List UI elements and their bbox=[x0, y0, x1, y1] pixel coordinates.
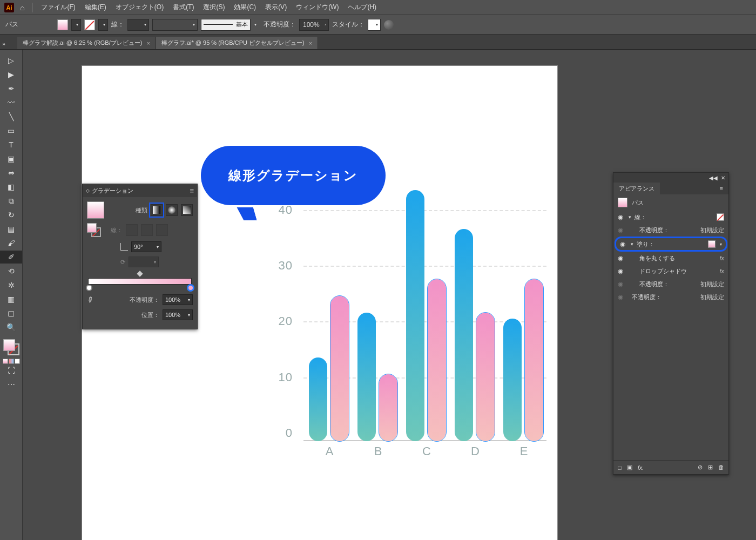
bar-series-2[interactable] bbox=[330, 296, 349, 441]
close-tab-icon[interactable]: × bbox=[309, 40, 312, 46]
symbol-sprayer-tool-icon[interactable]: ✲ bbox=[0, 279, 22, 292]
gradient-track[interactable] bbox=[88, 278, 192, 285]
bar-series-2[interactable] bbox=[379, 374, 397, 441]
gradient-stop-left[interactable] bbox=[86, 285, 92, 291]
style-swatch[interactable]: ▾ bbox=[368, 19, 381, 31]
appearance-opacity-row[interactable]: ◉ 不透明度： 初期設定 bbox=[613, 291, 728, 303]
fill-swatch[interactable] bbox=[708, 240, 716, 248]
stroke-profile[interactable]: ▾ bbox=[152, 19, 198, 31]
expand-tabs-icon[interactable]: » bbox=[0, 38, 8, 49]
visibility-icon[interactable]: ◉ bbox=[618, 254, 625, 262]
shape-builder-tool-icon[interactable]: ⧉ bbox=[0, 194, 22, 207]
free-transform-tool-icon[interactable]: ▣ bbox=[0, 152, 22, 165]
appearance-stroke-row[interactable]: ◉ ▾ 線： bbox=[613, 211, 728, 224]
paintbrush-tool-icon[interactable]: 🖌 bbox=[0, 237, 22, 249]
close-tab-icon[interactable]: × bbox=[146, 40, 150, 46]
eyedropper-icon[interactable] bbox=[87, 295, 96, 304]
direct-selection-tool-icon[interactable]: ▶ bbox=[0, 68, 22, 81]
midpoint-stop[interactable] bbox=[137, 271, 143, 276]
menu-help[interactable]: ヘルプ(H) bbox=[345, 2, 380, 13]
new-stroke-icon[interactable]: □ bbox=[618, 464, 622, 471]
stroke-none-swatch[interactable] bbox=[717, 213, 724, 221]
bar-series-2[interactable] bbox=[476, 313, 495, 441]
panel-close-icon[interactable]: ✕ bbox=[721, 175, 725, 181]
width-tool-icon[interactable]: ⇔ bbox=[0, 166, 22, 179]
stop-position-field[interactable]: 100%▾ bbox=[163, 309, 193, 320]
eraser-tool-icon[interactable]: ◧ bbox=[0, 180, 22, 193]
bar-series-1[interactable] bbox=[357, 313, 376, 441]
bar-series-1[interactable] bbox=[503, 319, 522, 441]
menu-object[interactable]: オブジェクト(O) bbox=[112, 2, 167, 13]
graph-tool-icon[interactable]: ▥ bbox=[0, 293, 22, 306]
delete-icon[interactable]: 🗑 bbox=[718, 464, 724, 471]
gradient-slider[interactable]: 🗑 bbox=[88, 272, 192, 290]
visibility-icon[interactable]: ◉ bbox=[618, 226, 625, 234]
pen-tool-icon[interactable]: ✒ bbox=[0, 82, 22, 95]
menu-type[interactable]: 書式(T) bbox=[170, 2, 197, 13]
panel-menu-icon[interactable]: ≡ bbox=[190, 187, 194, 195]
panel-menu-icon[interactable]: ≡ bbox=[714, 183, 728, 194]
clear-icon[interactable]: ⊘ bbox=[698, 464, 703, 471]
stroke-weight-field[interactable]: ▾ bbox=[127, 19, 149, 31]
gradient-mode-icon[interactable] bbox=[9, 359, 14, 364]
new-fill-icon[interactable]: ▣ bbox=[627, 464, 632, 471]
linear-gradient-button[interactable] bbox=[151, 204, 163, 216]
doc-tab-1[interactable]: 棒グラフ解説.ai @ 6.25 % (RGB/プレビュー) × bbox=[17, 37, 156, 49]
panel-collapse-icon[interactable]: ◇ bbox=[86, 188, 90, 193]
gradient-fillstroke-toggle[interactable] bbox=[87, 223, 101, 237]
color-mode-icon[interactable] bbox=[3, 359, 8, 364]
gradient-tool-icon[interactable]: ▤ bbox=[0, 222, 22, 235]
home-icon[interactable]: ⌂ bbox=[20, 3, 24, 12]
appearance-tab[interactable]: アピアランス bbox=[613, 183, 660, 194]
menu-window[interactable]: ウィンドウ(W) bbox=[293, 2, 342, 13]
appearance-fill-opacity-row[interactable]: ◉ 不透明度： 初期設定 bbox=[613, 278, 728, 291]
bar-series-1[interactable] bbox=[406, 190, 424, 441]
add-effect-icon[interactable]: fx. bbox=[638, 464, 644, 471]
stroke-swatch[interactable] bbox=[84, 19, 95, 30]
stroke-dropdown[interactable]: ▾ bbox=[98, 19, 108, 31]
menu-effect[interactable]: 効果(C) bbox=[231, 2, 259, 13]
panel-collapse-icon[interactable]: ◀◀ bbox=[709, 175, 718, 181]
artboard-tool-icon[interactable]: ▢ bbox=[0, 307, 22, 320]
fill-swatch[interactable] bbox=[57, 19, 68, 30]
menu-view[interactable]: 表示(V) bbox=[262, 2, 290, 13]
visibility-icon[interactable]: ◉ bbox=[620, 240, 627, 248]
gradient-preview[interactable] bbox=[87, 201, 104, 219]
eyedropper-tool-icon[interactable]: ✐ bbox=[0, 251, 22, 264]
duplicate-icon[interactable]: ⊞ bbox=[708, 464, 713, 471]
edit-toolbar-icon[interactable]: ⋯ bbox=[0, 378, 22, 391]
none-mode-icon[interactable] bbox=[15, 359, 20, 364]
bar-series-1[interactable] bbox=[309, 357, 327, 441]
type-tool-icon[interactable]: T bbox=[0, 138, 22, 151]
blend-tool-icon[interactable]: ⟲ bbox=[0, 265, 22, 278]
selection-tool-icon[interactable]: ▷ bbox=[0, 54, 22, 67]
visibility-icon[interactable]: ◉ bbox=[618, 213, 625, 221]
freeform-gradient-button[interactable] bbox=[181, 204, 193, 216]
brush-def[interactable]: 基本▾ bbox=[201, 19, 251, 31]
doc-tab-2[interactable]: 棒グラフ.ai* @ 95 % (RGB/CPU ピクセルプレビュー) × bbox=[156, 37, 318, 49]
appearance-fill-row[interactable]: ◉ ▾ 塗り： ▾ bbox=[616, 238, 726, 251]
zoom-tool-icon[interactable]: 🔍 bbox=[0, 321, 22, 334]
visibility-icon[interactable]: ◉ bbox=[618, 293, 625, 301]
bar-series-2[interactable] bbox=[428, 279, 446, 441]
canvas-area[interactable]: 線形グラデーション 010203040ABCDE ◇ グラデーション ≡ 種類 bbox=[23, 50, 756, 540]
line-tool-icon[interactable]: ╲ bbox=[0, 110, 22, 123]
visibility-icon[interactable]: ◉ bbox=[618, 267, 625, 275]
bar-series-1[interactable] bbox=[455, 229, 473, 441]
curvature-tool-icon[interactable]: 〰 bbox=[0, 96, 22, 109]
fill-box[interactable] bbox=[3, 339, 15, 351]
stop-opacity-field[interactable]: 100%▾ bbox=[163, 294, 193, 305]
menu-edit[interactable]: 編集(E) bbox=[82, 2, 110, 13]
appearance-stroke-opacity-row[interactable]: ◉ 不透明度： 初期設定 bbox=[613, 224, 728, 237]
radial-gradient-button[interactable] bbox=[166, 204, 178, 216]
bar-series-2[interactable] bbox=[525, 279, 543, 441]
menu-file[interactable]: ファイル(F) bbox=[38, 2, 78, 13]
rectangle-tool-icon[interactable]: ▭ bbox=[0, 124, 22, 137]
screen-mode-icon[interactable]: ⛶ bbox=[0, 364, 22, 377]
gradient-stop-right[interactable] bbox=[187, 285, 194, 291]
recolor-icon[interactable] bbox=[384, 20, 394, 30]
opacity-field[interactable]: 100%› bbox=[299, 19, 329, 31]
rotate-tool-icon[interactable]: ↻ bbox=[0, 208, 22, 221]
menu-select[interactable]: 選択(S) bbox=[200, 2, 228, 13]
appearance-dropshadow-row[interactable]: ◉ ドロップシャドウ fx bbox=[613, 265, 728, 278]
